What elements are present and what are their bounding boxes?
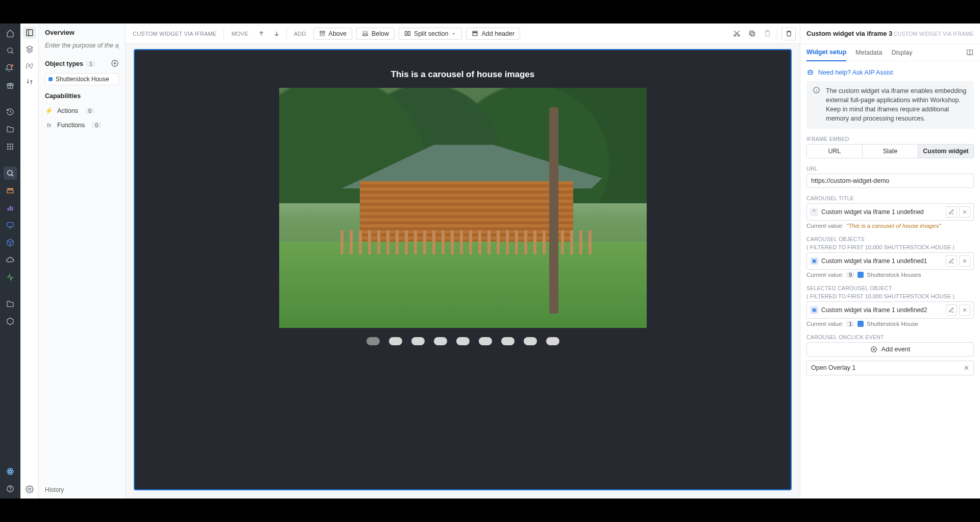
layers-icon[interactable] xyxy=(23,43,36,55)
svg-rect-8 xyxy=(12,146,13,148)
move-down-button[interactable] xyxy=(271,28,282,40)
table-tool-icon[interactable] xyxy=(4,184,17,197)
canvas-toolbar: CUSTOM WIDGET VIA IFRAME MOVE ADD Above … xyxy=(126,23,800,44)
move-up-button[interactable] xyxy=(256,28,267,40)
info-icon xyxy=(813,86,821,124)
tab-widget-setup[interactable]: Widget setup xyxy=(806,44,846,61)
tool-rail: (x) xyxy=(20,23,39,499)
add-object-type-button[interactable] xyxy=(111,59,119,67)
object-types-label: Object types xyxy=(45,60,83,67)
edit-icon[interactable] xyxy=(946,206,957,218)
cut-button[interactable] xyxy=(731,28,742,40)
edit-icon[interactable] xyxy=(946,304,957,316)
monitor-tool-icon[interactable] xyxy=(4,219,17,232)
copy-button[interactable] xyxy=(746,28,757,40)
toolbar-context: CUSTOM WIDGET VIA IFRAME xyxy=(130,31,219,37)
type-text: SHUTTERSTOCK HOUSE ) xyxy=(884,293,954,299)
clear-icon[interactable] xyxy=(959,304,970,316)
add-above-button[interactable]: Above xyxy=(313,28,352,40)
clear-icon[interactable] xyxy=(959,255,970,267)
chip-dot-icon xyxy=(48,77,53,81)
split-section-button[interactable]: Split section xyxy=(399,28,462,40)
capabilities-label: Capabilities xyxy=(45,92,81,100)
object-type-chip[interactable]: Shutterstock House xyxy=(45,73,119,85)
cube-tool-icon[interactable] xyxy=(4,236,17,249)
svg-point-12 xyxy=(8,171,12,175)
carousel-title: This is a carousel of house images xyxy=(391,69,535,80)
carousel-dot[interactable] xyxy=(411,337,425,345)
current-value-label: Current value: xyxy=(806,321,843,327)
carousel-dot[interactable] xyxy=(389,337,402,345)
capability-actions[interactable]: ⚡Actions0 xyxy=(45,105,119,116)
carousel-title-field[interactable]: ” Custom widget via iframe 1 undefined xyxy=(806,203,974,221)
carousel-dot[interactable] xyxy=(524,337,537,345)
history-icon[interactable] xyxy=(4,105,17,118)
carousel-dot[interactable] xyxy=(546,337,559,345)
carousel-dot[interactable] xyxy=(434,337,447,345)
apps-icon[interactable] xyxy=(4,140,17,153)
carousel-objects-field[interactable]: ▣ Custom widget via iframe 1 undefined1 xyxy=(806,252,974,270)
panel-view-icon[interactable] xyxy=(23,27,36,39)
variable-icon[interactable]: (x) xyxy=(23,59,36,72)
paste-button[interactable] xyxy=(762,28,773,40)
folder2-icon[interactable] xyxy=(4,297,17,311)
carousel-dot[interactable] xyxy=(456,337,470,345)
carousel-image[interactable] xyxy=(279,88,647,328)
svg-rect-28 xyxy=(320,31,325,33)
add-below-button[interactable]: Below xyxy=(356,28,395,40)
clear-icon[interactable] xyxy=(959,206,970,218)
filter-text: ( FILTERED TO FIRST 10,000 xyxy=(806,293,882,299)
event-row[interactable]: Open Overlay 1 ✕ xyxy=(806,361,974,375)
inspect-icon[interactable] xyxy=(4,167,17,180)
package-icon[interactable] xyxy=(4,315,17,328)
carousel-dot[interactable] xyxy=(501,337,514,345)
capability-functions[interactable]: fxFunctions0 xyxy=(45,120,119,131)
type-name: Shutterstock House xyxy=(867,321,918,327)
canvas-widget[interactable]: This is a carousel of house images xyxy=(134,49,792,490)
tab-metadata[interactable]: Metadata xyxy=(855,44,882,61)
svg-point-26 xyxy=(29,488,31,490)
swap-icon[interactable] xyxy=(23,76,36,88)
bell-icon[interactable] xyxy=(4,61,17,75)
search-icon[interactable] xyxy=(4,44,17,57)
carousel-dot[interactable] xyxy=(479,337,492,345)
app-root: (x) Overview Object types1 Shutterstock … xyxy=(0,23,980,499)
gift-icon[interactable] xyxy=(4,79,17,92)
logo-icon[interactable] xyxy=(4,465,17,478)
svg-rect-31 xyxy=(363,34,368,36)
seg-slate[interactable]: Slate xyxy=(863,145,918,158)
seg-url[interactable]: URL xyxy=(807,145,863,158)
settings-icon[interactable] xyxy=(23,483,36,495)
quote-icon: ” xyxy=(810,208,818,216)
capability-label: Actions xyxy=(57,107,78,114)
svg-point-0 xyxy=(8,48,12,53)
url-input[interactable] xyxy=(806,174,974,188)
svg-rect-17 xyxy=(12,207,13,210)
capability-label: Functions xyxy=(57,122,85,129)
add-header-button[interactable]: Add header xyxy=(466,28,520,40)
tab-display[interactable]: Display xyxy=(891,44,912,61)
url-label: URL xyxy=(806,165,974,172)
field-value: Custom widget via iframe 1 undefined xyxy=(821,208,924,216)
selected-object-field[interactable]: ▣ Custom widget via iframe 1 undefined2 xyxy=(806,301,974,319)
pulse-tool-icon[interactable] xyxy=(4,271,17,284)
folder-icon[interactable] xyxy=(4,123,17,136)
docs-icon[interactable] xyxy=(966,49,974,57)
cloud-tool-icon[interactable] xyxy=(4,253,17,267)
overview-panel: Overview Object types1 Shutterstock Hous… xyxy=(39,23,126,499)
edit-icon[interactable] xyxy=(946,255,957,267)
help-icon[interactable] xyxy=(4,482,17,495)
carousel-dot[interactable] xyxy=(366,337,380,345)
add-event-button[interactable]: Add event xyxy=(806,342,974,357)
delete-button[interactable] xyxy=(781,27,796,40)
svg-rect-34 xyxy=(473,31,478,32)
aip-assist-link[interactable]: Need help? Ask AIP Assist xyxy=(806,66,974,81)
home-icon[interactable] xyxy=(4,27,17,40)
chart-tool-icon[interactable] xyxy=(4,201,17,215)
purpose-input[interactable] xyxy=(45,42,119,49)
count-badge: 9 xyxy=(846,272,854,278)
remove-event-icon[interactable]: ✕ xyxy=(964,364,969,372)
svg-rect-29 xyxy=(320,34,325,36)
seg-custom-widget[interactable]: Custom widget xyxy=(918,145,973,158)
svg-rect-11 xyxy=(12,148,13,150)
